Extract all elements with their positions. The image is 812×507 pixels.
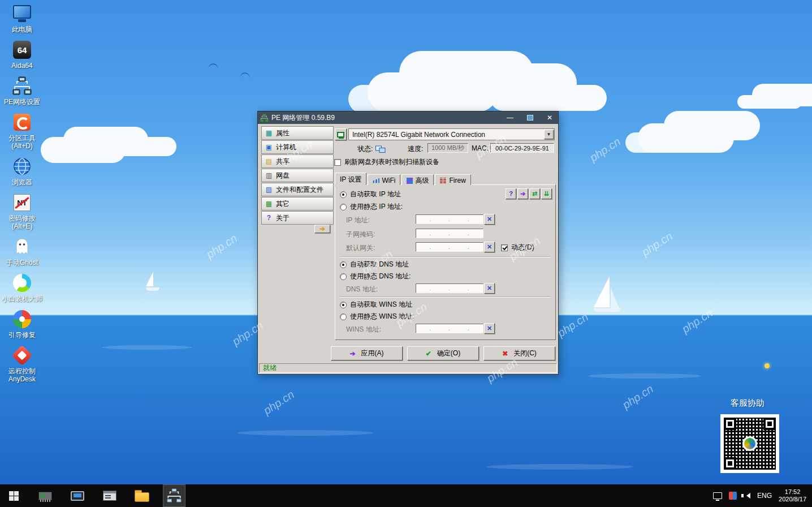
watermark: php.cn	[555, 310, 591, 340]
window-title: PE 网络管理 0.59.B9	[271, 113, 499, 123]
adapter-name: Intel(R) 82574L Gigabit Network Connecti…	[349, 131, 544, 139]
wins-address-label: WINS 地址:	[346, 325, 381, 334]
watermark: php.cn	[588, 135, 623, 164]
dynamic-checkbox[interactable]: 动态(D)	[501, 243, 534, 252]
wins-clear-button[interactable]: ✕	[484, 323, 495, 334]
watermark: php.cn	[620, 382, 656, 411]
mac-label: MAC:	[472, 144, 489, 152]
volume-icon[interactable]	[744, 493, 750, 499]
sailboat	[146, 272, 159, 291]
desktop-icon-browser[interactable]: 浏览器	[1, 156, 44, 186]
anydesk-icon	[12, 345, 33, 366]
qr-finder-icon	[724, 418, 736, 430]
gateway-label: 默认网关:	[346, 243, 375, 253]
ip-address-input[interactable]: . . .	[416, 214, 483, 224]
refresh-ip-button[interactable]: ⇄	[529, 188, 540, 199]
sidebar-item-label: 文件和配置文件	[276, 185, 323, 195]
pe-network-manager-window: PE 网络管理 0.59.B9 — ✕ ▦ 属性 ▣ 计算机 ▤ 共享	[257, 111, 559, 375]
apply-to-adapter-button[interactable]: ➔	[517, 188, 528, 199]
start-button[interactable]	[0, 484, 27, 507]
color-app-tray-icon[interactable]	[729, 492, 737, 500]
sidebar-item-computer[interactable]: ▣ 计算机	[261, 140, 334, 154]
expand-button[interactable]: ⇊	[541, 188, 552, 199]
qr-code	[720, 414, 779, 473]
sidebar-item-files-profiles[interactable]: ▧ 文件和配置文件	[261, 183, 334, 196]
sidebar-item-label: 其它	[276, 199, 290, 209]
mac-label-wrap: MAC:	[472, 144, 489, 152]
taskbar-monitor-app[interactable]	[66, 484, 89, 507]
dns-address-input[interactable]: . . .	[416, 283, 483, 293]
desktop-icon-anydesk[interactable]: 远程控制 AnyDesk	[1, 345, 44, 383]
clock[interactable]: 17:52 2020/8/17	[779, 488, 806, 503]
maximize-button[interactable]	[521, 112, 538, 123]
auto-wins-radio[interactable]: 自动获取 WINS 地址	[340, 300, 412, 310]
sidebar-item-label: 共享	[276, 157, 290, 166]
sidebar-item-about[interactable]: ? 关于	[261, 211, 334, 225]
tab-firewall[interactable]: Firew	[435, 174, 470, 185]
sidebar-item-netdisk[interactable]: ▥ 网盘	[261, 169, 334, 182]
refresh-icon: ⇄	[532, 191, 537, 197]
minimize-button[interactable]: —	[502, 112, 519, 123]
sidebar-item-other[interactable]: ▩ 其它	[261, 197, 334, 210]
desktop-icon-manual-ghost[interactable]: 手动Ghost	[1, 237, 44, 267]
tab-ip-settings[interactable]: IP 设置	[335, 173, 366, 185]
tab-wifi[interactable]: WiFi	[368, 174, 400, 185]
desktop-icon-aida64[interactable]: 64 Aida64	[1, 40, 44, 70]
support-label: 客服协助	[720, 398, 779, 409]
adapter-select[interactable]: Intel(R) 82574L Gigabit Network Connecti…	[348, 128, 555, 140]
gateway-input[interactable]: . . .	[416, 242, 483, 252]
sidebar-item-share[interactable]: ▤ 共享	[261, 154, 334, 168]
nt-password-icon: NT	[14, 194, 31, 211]
adapter-refresh-button[interactable]	[335, 128, 347, 140]
window-titlebar[interactable]: PE 网络管理 0.59.B9 — ✕	[258, 111, 558, 124]
wins-address-input[interactable]: . . .	[416, 324, 483, 333]
status-label: 状态:	[357, 144, 373, 154]
static-ip-radio[interactable]: 使用静态 IP 地址:	[340, 202, 403, 212]
tabstrip: IP 设置 WiFi 高级 Firew	[335, 173, 472, 185]
static-dns-label: 使用静态 DNS 地址:	[350, 272, 411, 281]
apply-button[interactable]: ➔ 应用(A)	[331, 346, 403, 360]
sidebar-collapse-button[interactable]: ➔	[314, 225, 330, 233]
sidebar-item-properties[interactable]: ▦ 属性	[261, 126, 334, 140]
close-window-button[interactable]: ✖ 关闭(C)	[483, 346, 555, 360]
ip-clear-button[interactable]: ✕	[484, 214, 495, 225]
static-dns-radio[interactable]: 使用静态 DNS 地址:	[340, 272, 411, 281]
radio-icon	[340, 313, 347, 320]
close-button[interactable]: ✕	[541, 112, 558, 123]
dns-clear-button[interactable]: ✕	[484, 283, 495, 294]
tab-advanced[interactable]: 高级	[401, 174, 434, 185]
desktop-icon-xiaobai-installer[interactable]: 小白装机大师	[1, 273, 44, 303]
taskbar-command-prompt-app[interactable]	[98, 484, 121, 507]
desktop-icon-pe-network-settings[interactable]: PE网络设置	[1, 76, 44, 106]
network-icon	[12, 76, 32, 96]
desktop-icon-partition-tool[interactable]: 分区工具 (Alt+D)	[1, 112, 44, 150]
taskbar-file-explorer-app[interactable]	[131, 484, 153, 507]
desktop-icon-this-pc[interactable]: 此电脑	[1, 3, 44, 33]
sidebar-item-label: 网盘	[276, 171, 290, 181]
cross-icon: ✖	[502, 350, 508, 358]
arrow-right-icon: ➔	[319, 226, 325, 232]
help-button[interactable]: ?	[506, 188, 516, 199]
language-indicator[interactable]: ENG	[757, 492, 772, 500]
gateway-clear-button[interactable]: ✕	[484, 242, 495, 252]
diskgenius-icon	[14, 114, 31, 131]
desktop-icon-password-reset[interactable]: NT 密码修改 (Alt+E)	[1, 192, 44, 230]
wifi-icon	[373, 178, 379, 183]
status-row: 状态:	[357, 144, 386, 154]
display-tray-icon[interactable]	[713, 492, 722, 499]
desktop-icon-boot-repair[interactable]: 引导修复	[1, 309, 44, 339]
auto-dns-radio[interactable]: 自动获取 DNS 地址	[340, 260, 409, 269]
ok-button[interactable]: ✔ 确定(O)	[407, 346, 479, 360]
subnet-mask-input[interactable]: . . .	[416, 229, 483, 238]
chevron-down-icon[interactable]: ▼	[544, 130, 554, 139]
close-button-label: 关闭(C)	[513, 349, 537, 358]
subnet-mask-row: 子网掩码: . . .	[335, 229, 555, 239]
taskbar: ENG 17:52 2020/8/17	[0, 484, 812, 507]
desktop-icon-label: PE网络设置	[4, 98, 40, 106]
taskbar-network-manager-app[interactable]	[163, 484, 185, 507]
properties-icon: ▦	[265, 129, 273, 137]
static-wins-radio[interactable]: 使用静态 WINS 地址:	[340, 312, 414, 321]
auto-ip-radio[interactable]: 自动获取 IP 地址	[340, 190, 401, 199]
force-scan-checkbox-row[interactable]: 刷新网盘列表时强制扫描新设备	[334, 157, 439, 167]
taskbar-hardware-info-app[interactable]	[34, 484, 57, 507]
